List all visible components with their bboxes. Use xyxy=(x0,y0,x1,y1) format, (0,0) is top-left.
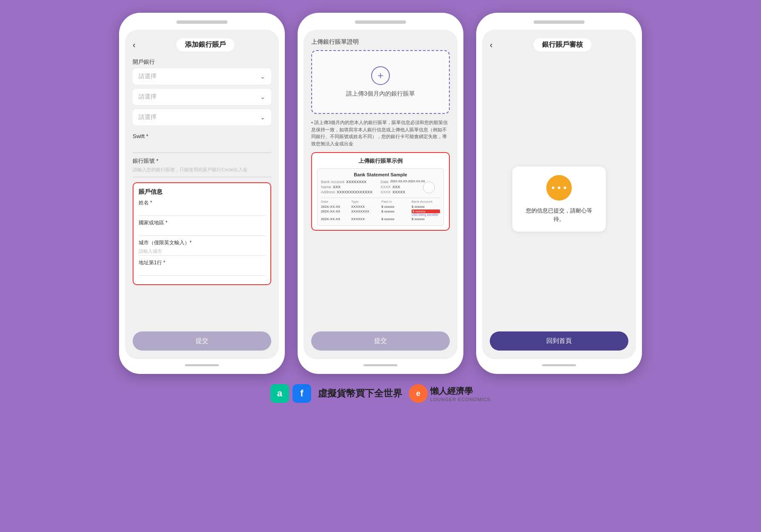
screen-2: 上傳銀行賬單證明 + 請上傳3個月內的銀行賬單 • 請上傳3個月內的您本人的銀行… xyxy=(304,30,457,359)
lounger-sub-text: LOUNGER ECONOMICS xyxy=(430,397,491,402)
upload-caption: 請上傳3個月內的銀行賬單 xyxy=(346,90,415,98)
bank-account-placeholder: 請輸入您的銀行賬號，只能使用此賬戶銀行Circle出入金 xyxy=(133,167,271,173)
phone-1: ‹ 添加銀行賬戶 開戶銀行 請選擇 ⌄ 請選擇 ⌄ 請選擇 ⌄ Swift * … xyxy=(119,13,285,374)
screen-3: ‹ 銀行賬戶審核 • • • 您的信息已提交，請耐心等待。 回到首頁 xyxy=(482,30,636,359)
sample-table-header: Date Type Paid in Bank Account xyxy=(321,198,440,204)
sample-doc: Bank Statement Sample Bank Account XXXXX… xyxy=(317,168,444,226)
lounger-main-text: 懶人經濟學 xyxy=(430,385,491,397)
city-field-label: 城市（僅限英文輸入）* xyxy=(139,239,265,246)
country-field-label: 國家或地區 * xyxy=(139,219,265,226)
city-placeholder: 請輸入城市 xyxy=(139,247,265,255)
sample-doc-title: Bank Statement Sample xyxy=(321,172,440,177)
sample-name: Name XXX xyxy=(321,185,380,189)
screen-1: ‹ 添加銀行賬戶 開戶銀行 請選擇 ⌄ 請選擇 ⌄ 請選擇 ⌄ Swift * … xyxy=(125,30,279,359)
bank-section-label: 開戶銀行 xyxy=(133,58,271,66)
dropdown-1-placeholder: 請選擇 xyxy=(139,73,156,80)
home-button[interactable]: 回到首頁 xyxy=(490,331,628,351)
account-info-box: 賬戶信息 姓名 * 國家或地區 * 城市（僅限英文輸入）* 請輸入城市 地址第1… xyxy=(133,182,271,285)
highlighted-bank-cell: $ xxxxxx xyxy=(412,209,440,213)
submit-button-1[interactable]: 提交 xyxy=(133,331,271,351)
dropdown-1[interactable]: 請選擇 ⌄ xyxy=(133,68,271,85)
phone-2: 上傳銀行賬單證明 + 請上傳3個月內的銀行賬單 • 請上傳3個月內的您本人的銀行… xyxy=(298,13,463,374)
phone-notch-3 xyxy=(534,20,585,24)
sample-header-row: Bank Account XXXXXXXX Name XXX Address X… xyxy=(321,180,440,195)
phone-notch-2 xyxy=(355,20,406,24)
phone-3: ‹ 銀行賬戶審核 • • • 您的信息已提交，請耐心等待。 回到首頁 xyxy=(476,13,642,374)
sample-bank-account: Bank Account XXXXXXXX xyxy=(321,180,380,184)
dropdown-2[interactable]: 請選擇 ⌄ xyxy=(133,89,271,105)
sample-left-col: Bank Account XXXXXXXX Name XXX Address X… xyxy=(321,180,380,195)
screen1-title: 添加銀行賬戶 xyxy=(176,38,234,51)
stamp-circle xyxy=(423,181,435,193)
dropdown-2-arrow: ⌄ xyxy=(260,93,265,100)
footer-text: 虛擬貨幣買下全世界 xyxy=(318,387,402,400)
dropdown-2-placeholder: 請選擇 xyxy=(139,93,156,101)
dropdown-3[interactable]: 請選擇 ⌄ xyxy=(133,109,271,125)
phone-notch-1 xyxy=(176,20,227,24)
sample-box: 上傳銀行賬單示例 Bank Statement Sample Bank Acco… xyxy=(311,152,450,231)
sample-row-2: 202X-XX-XX XXXXXXXX $ xxxxxx $ xxxxxx US… xyxy=(321,209,440,216)
pending-dots: • • • xyxy=(551,182,566,193)
phone-bottom-bar-2 xyxy=(363,364,398,366)
dropdown-3-placeholder: 請選擇 xyxy=(139,113,156,121)
upload-notes: • 請上傳3個月內的您本人的銀行賬單，賬單信息必須和您的順策信息保持一致，如填寫… xyxy=(311,119,450,147)
footer: a f 虛擬貨幣買下全世界 e 懶人經濟學 LOUNGER ECONOMICS xyxy=(270,384,491,403)
sample-address: Address XXXXXXXXXXXXXX xyxy=(321,190,380,194)
info-box-title: 賬戶信息 xyxy=(139,188,265,196)
bank-account-label: 銀行賬號 * xyxy=(133,157,271,165)
submit-button-2[interactable]: 提交 xyxy=(311,331,450,351)
screen3-header: ‹ 銀行賬戶審核 xyxy=(490,38,628,51)
back-button-1[interactable]: ‹ xyxy=(133,40,136,50)
country-field-input[interactable] xyxy=(139,227,265,236)
upload-plus-icon: + xyxy=(371,66,390,85)
back-button-3[interactable]: ‹ xyxy=(490,40,493,50)
swift-input[interactable] xyxy=(133,141,271,153)
lounger-text-block: 懶人經濟學 LOUNGER ECONOMICS xyxy=(430,385,491,402)
lounger-logo: e 懶人經濟學 LOUNGER ECONOMICS xyxy=(409,384,491,403)
pending-text: 您的信息已提交，請耐心等待。 xyxy=(521,207,597,223)
swift-label: Swift * xyxy=(133,133,271,139)
screen3-title: 銀行賬戶審核 xyxy=(534,38,591,51)
circle-app-icon: a xyxy=(270,384,289,403)
screen3-body: • • • 您的信息已提交，請耐心等待。 xyxy=(490,58,628,331)
usd-label: USD billing identifier xyxy=(412,213,440,216)
sample-title: 上傳銀行賬單示例 xyxy=(317,157,444,165)
city-field-input[interactable]: 請輸入城市 xyxy=(139,247,265,256)
pending-card: • • • 您的信息已提交，請耐心等待。 xyxy=(512,167,606,232)
name-field-input[interactable] xyxy=(139,207,265,216)
bank-account-underline xyxy=(133,175,271,177)
phone-bottom-bar-1 xyxy=(185,364,219,366)
upload-box[interactable]: + 請上傳3個月內的銀行賬單 xyxy=(311,50,450,114)
lounger-icon: e xyxy=(409,384,428,403)
dropdown-1-arrow: ⌄ xyxy=(260,73,265,80)
screen1-header: ‹ 添加銀行賬戶 xyxy=(133,38,271,51)
dropdown-3-arrow: ⌄ xyxy=(260,114,265,121)
sample-row-3: 202X-XX-XX XXXXXX $ xxxxxx $ xxxxxx xyxy=(321,217,440,221)
phones-row: ‹ 添加銀行賬戶 開戶銀行 請選擇 ⌄ 請選擇 ⌄ 請選擇 ⌄ Swift * … xyxy=(9,13,752,374)
name-field-label: 姓名 * xyxy=(139,199,265,207)
sample-row-1: 202X-XX-XX XXXXXX $ xxxxxx $ xxxxxx xyxy=(321,205,440,209)
pending-icon: • • • xyxy=(546,175,572,201)
address-field-input[interactable] xyxy=(139,267,265,276)
footer-icons: a f xyxy=(270,384,311,403)
phone-bottom-bar-3 xyxy=(542,364,576,366)
address-field-label: 地址第1行 * xyxy=(139,259,265,266)
upload-label: 上傳銀行賬單證明 xyxy=(311,38,450,46)
facebook-icon: f xyxy=(292,384,311,403)
